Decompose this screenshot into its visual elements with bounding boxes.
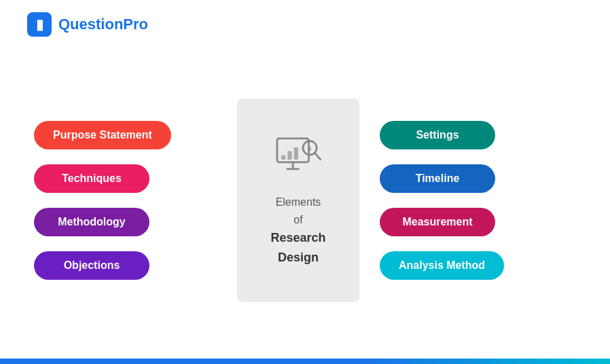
research-design-icon: $	[271, 133, 325, 183]
bottom-bar	[0, 359, 610, 364]
svg-line-8	[315, 153, 321, 160]
svg-rect-4	[287, 151, 291, 160]
svg-rect-5	[294, 147, 298, 160]
pill-timeline[interactable]: Timeline	[380, 164, 495, 193]
right-column: Settings Timeline Measurement Analysis M…	[359, 121, 583, 280]
svg-rect-3	[281, 156, 285, 160]
logo-icon: ▮	[27, 12, 52, 37]
center-label: Elements of Research Design	[270, 194, 325, 268]
pill-methodology[interactable]: Methodology	[34, 208, 149, 236]
pill-analysis-method[interactable]: Analysis Method	[380, 251, 504, 280]
left-column: Purpose Statement Techniques Methodology…	[27, 121, 237, 280]
center-box: $ Elements of Research Design	[237, 98, 359, 302]
pill-settings[interactable]: Settings	[380, 121, 495, 149]
pill-purpose-statement[interactable]: Purpose Statement	[34, 121, 171, 149]
main-content: Purpose Statement Techniques Methodology…	[0, 49, 610, 352]
pill-techniques[interactable]: Techniques	[34, 164, 149, 193]
logo-text: QuestionPro	[58, 16, 148, 33]
pill-objections[interactable]: Objections	[34, 251, 149, 280]
header: ▮ QuestionPro	[0, 0, 610, 49]
svg-text:$: $	[308, 145, 312, 152]
pill-measurement[interactable]: Measurement	[380, 208, 495, 236]
